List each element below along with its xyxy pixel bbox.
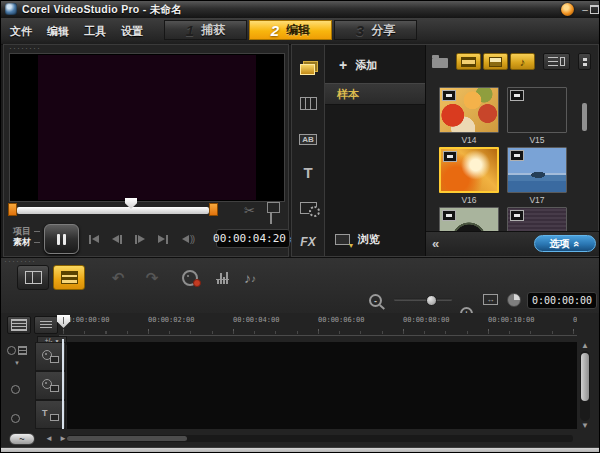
auto-music-button[interactable]: ♪♪ bbox=[237, 268, 263, 288]
folder-icon[interactable] bbox=[432, 58, 448, 68]
menu-bar: 文件 编辑 工具 设置 1 捕获 2 编辑 3 分享 bbox=[1, 18, 600, 45]
menu-items: 文件 编辑 工具 设置 bbox=[6, 24, 154, 39]
timeline-view-button[interactable] bbox=[53, 265, 85, 290]
chevron-up-icon: « bbox=[573, 240, 583, 246]
undo-button[interactable]: ↶ bbox=[105, 268, 131, 288]
playback-mode-switch[interactable]: 项目 素材 bbox=[8, 226, 40, 248]
enlarge-preview-icon[interactable] bbox=[270, 205, 272, 224]
title-button[interactable]: T bbox=[292, 159, 324, 185]
duration-clock-button[interactable] bbox=[507, 293, 521, 307]
graphic-button[interactable] bbox=[292, 195, 324, 221]
browse-button[interactable]: 浏览 bbox=[325, 230, 425, 248]
go-to-start-button[interactable] bbox=[84, 231, 104, 247]
scroll-down-button[interactable]: ▼ bbox=[581, 421, 589, 430]
show-videos-button[interactable] bbox=[456, 53, 481, 70]
next-frame-button[interactable] bbox=[130, 231, 150, 247]
split-clip-icon[interactable]: ✂ bbox=[244, 203, 255, 218]
track-toggle-group[interactable] bbox=[7, 346, 27, 355]
scrub-bar[interactable] bbox=[17, 207, 209, 214]
show-photos-button[interactable] bbox=[483, 53, 508, 70]
menu-edit[interactable]: 编辑 bbox=[43, 24, 73, 39]
vertical-scrollbar-thumb[interactable] bbox=[581, 353, 589, 401]
bar-glyph bbox=[120, 235, 122, 244]
instant-project-button[interactable] bbox=[292, 90, 324, 116]
window-resize-frame[interactable] bbox=[1, 447, 600, 453]
video-track-row[interactable] bbox=[67, 342, 577, 372]
thumbnail-v15[interactable] bbox=[507, 87, 567, 133]
menu-settings[interactable]: 设置 bbox=[117, 24, 147, 39]
filter-button[interactable]: FX bbox=[292, 229, 324, 255]
sound-mixer-icon bbox=[217, 272, 228, 284]
fit-to-window-button[interactable]: ↔ bbox=[483, 294, 498, 305]
thumbnail-v17[interactable] bbox=[507, 147, 567, 193]
thumbnail-partial[interactable] bbox=[507, 207, 567, 234]
overlay-track-row[interactable] bbox=[67, 371, 577, 401]
video-clip-badge-icon bbox=[442, 90, 456, 101]
zoom-out-button[interactable]: - bbox=[369, 294, 382, 307]
timeline-scroll-mode-button[interactable]: ~ bbox=[9, 433, 35, 445]
title-icon: T bbox=[303, 164, 312, 181]
horizontal-scrollbar-track[interactable] bbox=[67, 435, 573, 442]
tab-edit[interactable]: 2 编辑 bbox=[249, 20, 332, 40]
plus-icon: + bbox=[339, 57, 347, 73]
thumbnail-v14[interactable] bbox=[439, 87, 499, 133]
thumbnail-partial[interactable] bbox=[439, 207, 499, 234]
thumbnail-label: V16 bbox=[439, 195, 499, 205]
options-button[interactable]: 选项 « bbox=[534, 235, 596, 252]
redo-button[interactable]: ↷ bbox=[139, 268, 165, 288]
list-box-icon bbox=[560, 57, 565, 66]
preview-timecode[interactable]: 00:00:04:20 ▲▼ bbox=[216, 229, 290, 248]
ruler-minor-ticks bbox=[63, 331, 577, 334]
toggle-dropdown-icon[interactable]: ▼ bbox=[14, 360, 20, 366]
zoom-slider-thumb[interactable] bbox=[426, 295, 437, 306]
time-ruler[interactable]: 00:00:00:00 00:00:02:00 00:00:04:00 00:0… bbox=[1, 313, 577, 337]
storyboard-view-button[interactable] bbox=[17, 265, 49, 290]
overlay-track-toggle-icon[interactable] bbox=[11, 385, 20, 394]
tab-capture[interactable]: 1 捕获 bbox=[164, 20, 247, 40]
corel-balloon-icon[interactable] bbox=[561, 3, 574, 16]
pause-button[interactable] bbox=[44, 224, 79, 254]
trim-end-handle[interactable] bbox=[209, 203, 218, 216]
horizontal-scrollbar-thumb[interactable] bbox=[67, 436, 187, 441]
scroll-left-button[interactable]: ◄ bbox=[45, 434, 53, 443]
pause-icon bbox=[63, 234, 66, 245]
speaker-icon bbox=[182, 235, 189, 243]
ruler-label: 00:00:06:00 bbox=[318, 316, 364, 324]
timeline-timecode[interactable]: 0:00:00:00 bbox=[527, 292, 597, 309]
sort-button[interactable] bbox=[578, 53, 591, 70]
trim-start-handle[interactable] bbox=[8, 203, 17, 216]
volume-button[interactable]: )) bbox=[178, 231, 198, 247]
go-to-end-button[interactable] bbox=[153, 231, 173, 247]
zoom-slider[interactable] bbox=[394, 298, 452, 301]
transition-button[interactable]: AB bbox=[292, 126, 324, 152]
add-folder-button[interactable]: + 添加 bbox=[325, 55, 425, 75]
graphic-icon bbox=[300, 202, 317, 214]
sound-mixer-button[interactable] bbox=[209, 268, 235, 288]
tab-share[interactable]: 3 分享 bbox=[334, 20, 417, 40]
track-ripple-icon bbox=[7, 346, 16, 355]
previous-frame-button[interactable] bbox=[107, 231, 127, 247]
collapse-library-button[interactable]: « bbox=[432, 236, 439, 251]
show-audio-button[interactable]: ♪ bbox=[510, 53, 535, 70]
folder-item-sample[interactable]: 样本 bbox=[325, 83, 425, 105]
record-capture-button[interactable] bbox=[177, 268, 203, 288]
app-logo-icon bbox=[5, 3, 17, 15]
record-icon bbox=[182, 270, 198, 286]
transition-icon: AB bbox=[299, 134, 317, 145]
media-library-button[interactable] bbox=[292, 54, 324, 80]
title-track-toggle-icon[interactable] bbox=[11, 414, 20, 423]
timeline-toolbar: ········ ↶ ↷ ♪♪ - + ↔ 0:00:00:00 bbox=[1, 257, 600, 315]
preview-video-area bbox=[38, 55, 256, 200]
thumbnail-v16-selected[interactable] bbox=[439, 147, 499, 193]
close-button[interactable]: ✕ bbox=[596, 2, 600, 16]
scroll-up-button[interactable]: ▲ bbox=[581, 341, 589, 350]
menu-tools[interactable]: 工具 bbox=[80, 24, 110, 39]
menu-file[interactable]: 文件 bbox=[6, 24, 36, 39]
clip-mode-label[interactable]: 素材 bbox=[13, 236, 31, 249]
title-track-row[interactable] bbox=[67, 400, 577, 430]
view-mode-button[interactable] bbox=[543, 53, 570, 70]
browse-label: 浏览 bbox=[358, 232, 380, 247]
scroll-right-button[interactable]: ► bbox=[59, 434, 67, 443]
ruler-baseline bbox=[59, 335, 577, 336]
gallery-scrollbar[interactable] bbox=[582, 103, 587, 131]
